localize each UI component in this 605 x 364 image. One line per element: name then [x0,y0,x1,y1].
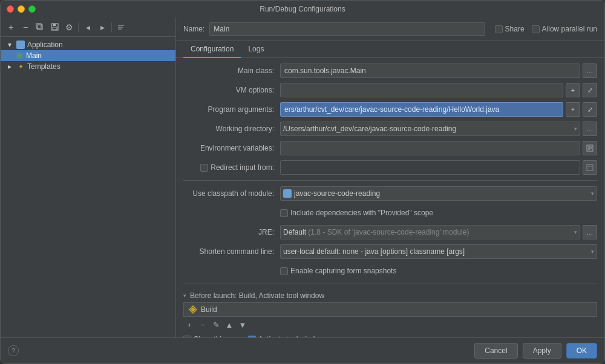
svg-rect-4 [53,27,57,30]
remove-config-button[interactable]: − [19,21,32,34]
redirect-input-field [280,160,597,175]
build-remove-button[interactable]: − [197,319,209,331]
capture-snapshots-checkbox[interactable] [280,267,288,275]
vm-options-input[interactable] [280,83,563,97]
build-add-button[interactable]: + [183,319,195,331]
program-args-expand-button[interactable]: + [566,102,580,117]
tab-configuration[interactable]: Configuration [183,41,241,58]
add-config-button[interactable]: + [4,21,18,34]
program-args-input[interactable]: ers/arthur/cvt_dev/care/javac-source-cod… [280,102,563,117]
copy-config-button[interactable] [33,21,47,34]
application-folder-icon [16,41,25,49]
footer-right: Cancel Apply OK [474,343,597,359]
right-arrow-button[interactable]: ▸ [96,21,109,34]
build-edit-button[interactable]: ✎ [210,319,222,331]
footer-left: ? [8,345,19,356]
shorten-cmd-select[interactable]: user-local default: none - java [options… [280,244,597,259]
before-launch-section: ▾ Before launch: Build, Activate tool wi… [183,289,597,337]
sort-button[interactable] [114,21,128,34]
build-move-up-button[interactable]: ▲ [223,319,235,331]
capture-snapshots-checkbox-label[interactable]: Enable capturing form snapshots [280,267,396,275]
classpath-module-row: Use classpath of module: javac-source-co… [183,186,597,201]
build-move-down-button[interactable]: ▼ [237,319,249,331]
env-vars-edit-button[interactable] [583,141,597,155]
svg-rect-1 [36,24,41,28]
tree-templates-group[interactable]: ▸ ✦ Templates [1,61,175,72]
module-icon [283,189,292,198]
svg-rect-15 [587,164,593,171]
apply-button[interactable]: Apply [523,343,561,359]
capture-snapshots-row: Enable capturing form snapshots [183,263,597,279]
application-group-label: Application [27,41,63,49]
tab-logs[interactable]: Logs [241,41,271,58]
shorten-cmd-chevron-icon: ▾ [591,249,594,255]
redirect-input-input[interactable] [280,160,580,175]
help-button[interactable]: ? [8,345,19,356]
program-args-browse-button[interactable]: ⤢ [583,102,597,117]
jre-select[interactable]: Default (1.8 - SDK of 'javac-source-code… [280,225,580,239]
name-input[interactable] [209,22,485,36]
toolbar-separator [78,22,79,32]
save-config-button[interactable] [48,21,61,34]
left-toolbar: + − ⚙ ◂ ▸ [1,18,175,37]
templates-group-label: Templates [27,62,60,71]
classpath-module-select[interactable]: javac-source-code-reading ▾ [280,186,597,201]
working-dir-chevron-icon: ▾ [574,126,577,132]
expand-arrow-icon-templates: ▸ [5,62,14,71]
section-divider-1 [183,180,597,181]
main-class-row: Main class: … [183,63,597,79]
env-vars-row: Environment variables: [183,140,597,156]
expand-arrow-icon: ▾ [5,41,14,49]
name-row: Name: Share Allow parallel run [176,18,604,41]
redirect-checkbox[interactable] [200,164,208,172]
capture-snapshots-field: Enable capturing form snapshots [280,267,597,275]
run-config-icon [15,51,24,60]
main-class-input[interactable] [280,63,580,78]
tree-main-item[interactable]: Main [1,50,175,61]
redirect-input-label: Redirect input from: [183,163,280,172]
left-arrow-button[interactable]: ◂ [81,21,94,34]
main-class-browse-button[interactable]: … [583,63,597,78]
jre-browse-button[interactable]: … [583,225,597,239]
redirect-checkbox-label[interactable]: Redirect input from: [183,163,274,172]
tree-application-group[interactable]: ▾ Application [1,39,175,50]
build-row: Build [183,302,597,317]
vm-options-field: + ⤢ [280,83,597,97]
redirect-label-text: Redirect input from: [211,163,274,172]
maximize-button[interactable] [28,5,36,13]
toolbar-separator-2 [111,22,112,32]
redirect-input-browse-button[interactable] [583,160,597,175]
env-vars-label: Environment variables: [183,144,280,152]
share-checkbox[interactable] [495,25,503,33]
include-deps-checkbox[interactable] [280,209,288,217]
before-launch-label: Before launch: Build, Activate tool wind… [190,291,324,300]
name-label: Name: [183,25,204,33]
minimize-button[interactable] [18,5,25,13]
include-deps-checkbox-label[interactable]: Include dependencies with "Provided" sco… [280,209,433,217]
vm-options-expand-button[interactable]: + [566,83,580,97]
allow-parallel-checkbox-label[interactable]: Allow parallel run [532,25,597,33]
classpath-module-field: javac-source-code-reading ▾ [280,186,597,201]
jre-field: Default (1.8 - SDK of 'javac-source-code… [280,225,597,239]
classpath-module-chevron-icon: ▾ [591,190,594,197]
close-button[interactable] [7,5,14,13]
vm-options-expand2-button[interactable]: ⤢ [583,83,597,97]
env-vars-input[interactable] [280,141,580,155]
vm-options-label: VM options: [183,86,280,94]
allow-parallel-checkbox[interactable] [532,25,540,33]
share-label: Share [505,25,525,33]
ok-button[interactable]: OK [566,343,597,359]
before-launch-triangle-icon[interactable]: ▾ [183,293,186,299]
traffic-lights [7,5,36,13]
svg-rect-17 [285,191,290,196]
config-area: Main class: … VM options: + ⤢ [176,58,604,337]
templates-icon: ✦ [16,62,25,71]
allow-parallel-label: Allow parallel run [542,25,597,33]
settings-button[interactable]: ⚙ [62,21,76,34]
working-dir-select[interactable]: /Users/arthur/cvt_dev/care/javac-source-… [280,122,580,136]
cancel-button[interactable]: Cancel [474,343,517,359]
vm-options-row: VM options: + ⤢ [183,82,597,98]
working-dir-browse-button[interactable]: … [583,122,597,136]
share-checkbox-label[interactable]: Share [495,25,525,33]
program-args-label: Program arguments: [183,105,280,114]
